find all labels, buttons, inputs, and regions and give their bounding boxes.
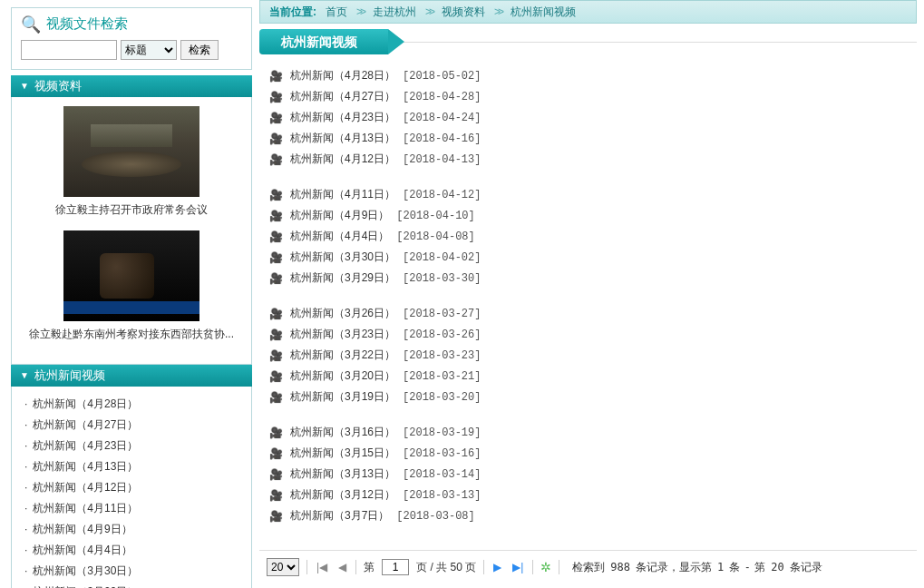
list-item[interactable]: 🎥杭州新闻（3月23日）[2018-03-26] <box>268 324 908 345</box>
sidebar-news-item[interactable]: ·杭州新闻（4月27日） <box>21 415 242 436</box>
list-item[interactable]: 🎥杭州新闻（4月28日）[2018-05-02] <box>268 65 908 86</box>
triangle-icon: ▼ <box>20 75 29 97</box>
list-item-date: [2018-03-30] <box>403 272 481 285</box>
list-item-date: [2018-04-02] <box>403 251 481 264</box>
camera-icon: 🎥 <box>268 112 283 124</box>
camera-icon: 🎥 <box>268 189 283 201</box>
camera-icon: 🎥 <box>268 272 283 285</box>
list-item-title: 杭州新闻（3月19日） <box>290 389 395 405</box>
sidebar-news-item[interactable]: ·杭州新闻（4月9日） <box>21 519 242 540</box>
bullet-icon: · <box>24 564 27 577</box>
search-button[interactable]: 检索 <box>180 40 219 60</box>
camera-icon: 🎥 <box>268 510 283 523</box>
list-item[interactable]: 🎥杭州新闻（4月27日）[2018-04-28] <box>268 86 908 107</box>
sidebar-news-title: 杭州新闻（4月12日） <box>33 481 138 494</box>
video-thumbnail[interactable] <box>63 106 199 197</box>
camera-icon: 🎥 <box>268 447 283 460</box>
list-item[interactable]: 🎥杭州新闻（4月11日）[2018-04-12] <box>268 184 908 205</box>
list-item-title: 杭州新闻（3月15日） <box>290 446 395 461</box>
camera-icon: 🎥 <box>268 308 283 320</box>
news-panel: ·杭州新闻（4月28日）·杭州新闻（4月27日）·杭州新闻（4月23日）·杭州新… <box>11 387 252 588</box>
bullet-icon: · <box>24 523 27 535</box>
page-size-select[interactable]: 20 <box>267 558 299 576</box>
sidebar-news-item[interactable]: ·杭州新闻（4月13日） <box>21 456 242 477</box>
list-item[interactable]: 🎥杭州新闻（3月7日）[2018-03-08] <box>268 505 908 526</box>
list-item-title: 杭州新闻（3月16日） <box>290 425 395 440</box>
camera-icon: 🎥 <box>268 251 283 264</box>
page-label: 页 / 共 50 页 <box>416 560 476 575</box>
divider <box>355 560 356 574</box>
list-item[interactable]: 🎥杭州新闻（4月13日）[2018-04-16] <box>268 128 908 149</box>
sidebar-news-item[interactable]: ·杭州新闻（4月4日） <box>21 540 242 561</box>
list-item[interactable]: 🎥杭州新闻（3月16日）[2018-03-19] <box>268 422 908 443</box>
list-item[interactable]: 🎥杭州新闻（4月4日）[2018-04-08] <box>268 226 908 247</box>
divider <box>306 560 307 574</box>
list-item-title: 杭州新闻（3月23日） <box>290 327 395 342</box>
camera-icon: 🎥 <box>268 132 283 145</box>
list-item-title: 杭州新闻（3月7日） <box>290 508 389 524</box>
main-tab-row: 杭州新闻视频 <box>259 29 917 56</box>
list-item-date: [2018-03-16] <box>403 447 481 460</box>
bullet-icon: · <box>24 439 27 452</box>
sidebar-news-item[interactable]: ·杭州新闻（3月30日） <box>21 561 242 582</box>
list-item-title: 杭州新闻（4月11日） <box>290 187 395 202</box>
video-thumbnail[interactable] <box>63 230 199 321</box>
list-item-title: 杭州新闻（4月28日） <box>290 68 395 83</box>
refresh-icon[interactable]: ✲ <box>540 560 551 574</box>
list-item[interactable]: 🎥杭州新闻（4月9日）[2018-04-10] <box>268 205 908 226</box>
list-item[interactable]: 🎥杭州新闻（3月13日）[2018-03-14] <box>268 464 908 485</box>
video-panel: 徐立毅主持召开市政府常务会议 徐立毅赴黔东南州考察对接东西部扶贫协... <box>11 97 252 365</box>
bullet-icon: · <box>24 544 27 556</box>
list-group: 🎥杭州新闻（3月16日）[2018-03-19]🎥杭州新闻（3月15日）[201… <box>268 422 908 526</box>
list-item-date: [2018-03-26] <box>403 328 481 341</box>
list-item[interactable]: 🎥杭州新闻（3月20日）[2018-03-21] <box>268 366 908 387</box>
first-page-button[interactable]: |◀ <box>315 561 329 573</box>
list-item[interactable]: 🎥杭州新闻（3月30日）[2018-04-02] <box>268 247 908 268</box>
camera-icon: 🎥 <box>268 426 283 439</box>
sidebar-news-item[interactable]: ·杭州新闻（4月28日） <box>21 394 242 415</box>
list-item-title: 杭州新闻（3月20日） <box>290 368 395 384</box>
prev-page-button[interactable]: ◀ <box>336 561 348 573</box>
breadcrumb-item[interactable]: 首页 <box>326 5 347 20</box>
list-item[interactable]: 🎥杭州新闻（3月19日）[2018-03-20] <box>268 387 908 407</box>
list-item-date: [2018-03-21] <box>403 370 481 383</box>
list-item[interactable]: 🎥杭州新闻（4月23日）[2018-04-24] <box>268 107 908 128</box>
sidebar-news-item[interactable]: ·杭州新闻（4月23日） <box>21 436 242 456</box>
page-number-input[interactable] <box>382 559 409 575</box>
camera-icon: 🎥 <box>268 153 283 166</box>
list-item[interactable]: 🎥杭州新闻（3月22日）[2018-03-23] <box>268 345 908 366</box>
list-item[interactable]: 🎥杭州新闻（3月26日）[2018-03-27] <box>268 303 908 324</box>
bullet-icon: · <box>24 481 27 494</box>
sidebar-news-title: 杭州新闻（4月28日） <box>33 397 138 410</box>
video-caption: 徐立毅主持召开市政府常务会议 <box>19 202 244 218</box>
video-thumb-item[interactable]: 徐立毅赴黔东南州考察对接东西部扶贫协... <box>19 230 244 342</box>
list-item-title: 杭州新闻（4月12日） <box>290 152 395 167</box>
list-group: 🎥杭州新闻（4月11日）[2018-04-12]🎥杭州新闻（4月9日）[2018… <box>268 184 908 289</box>
list-item-date: [2018-04-12] <box>403 189 481 201</box>
next-page-button[interactable]: ▶ <box>491 561 503 573</box>
search-field-select[interactable]: 标题 <box>121 40 177 60</box>
video-thumb-item[interactable]: 徐立毅主持召开市政府常务会议 <box>19 106 244 218</box>
camera-icon: 🎥 <box>268 328 283 341</box>
list-item-title: 杭州新闻（3月13日） <box>290 466 395 482</box>
search-input[interactable] <box>21 40 117 60</box>
list-item[interactable]: 🎥杭州新闻（3月15日）[2018-03-16] <box>268 443 908 464</box>
list-item[interactable]: 🎥杭州新闻（3月29日）[2018-03-30] <box>268 268 908 289</box>
last-page-button[interactable]: ▶| <box>511 561 525 573</box>
breadcrumb-item[interactable]: 视频资料 <box>442 5 485 20</box>
sidebar-news-item[interactable]: ·杭州新闻（4月12日） <box>21 477 242 498</box>
list-item[interactable]: 🎥杭州新闻（4月12日）[2018-04-13] <box>268 149 908 170</box>
list-item[interactable]: 🎥杭州新闻（3月12日）[2018-03-13] <box>268 485 908 505</box>
breadcrumb-label: 当前位置: <box>269 5 316 20</box>
sidebar-news-title: 杭州新闻（4月23日） <box>33 439 138 452</box>
sidebar-news-item[interactable]: ·杭州新闻（3月29日） <box>21 582 242 588</box>
sidebar-news-item[interactable]: ·杭州新闻（4月11日） <box>21 498 242 519</box>
sidebar-news-title: 杭州新闻（4月13日） <box>33 460 138 473</box>
chevron-right-icon: >> <box>425 5 433 18</box>
search-icon: 🔍 <box>21 16 41 33</box>
list-item-date: [2018-04-08] <box>396 230 474 243</box>
list-item-title: 杭州新闻（3月22日） <box>290 348 395 363</box>
list-item-date: [2018-04-16] <box>403 132 481 145</box>
breadcrumb-item[interactable]: 走进杭州 <box>373 5 416 20</box>
breadcrumb-item[interactable]: 杭州新闻视频 <box>511 5 576 20</box>
